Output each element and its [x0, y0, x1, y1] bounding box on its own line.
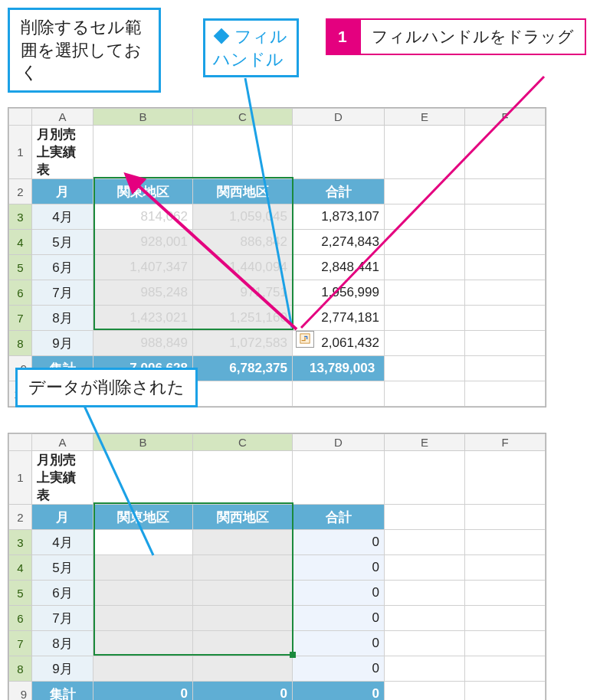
cell-C6[interactable]	[193, 606, 293, 631]
cell-B3[interactable]	[93, 530, 193, 555]
col-header-D[interactable]: D	[293, 109, 385, 126]
cell-C6[interactable]: 971,751	[193, 280, 293, 306]
cell-C7[interactable]	[193, 631, 293, 656]
cell-D9[interactable]: 0	[293, 682, 385, 701]
col-header-B[interactable]: B	[93, 109, 193, 126]
cell-B7[interactable]	[93, 631, 193, 656]
col-header-A[interactable]: A	[32, 109, 93, 126]
step-number: 1	[326, 18, 359, 55]
cell-C4[interactable]	[193, 555, 293, 581]
cell-A7[interactable]: 8月	[32, 631, 93, 656]
cell-A5[interactable]: 6月	[32, 581, 93, 606]
row-header-8[interactable]: 8	[9, 656, 32, 682]
row-header-3[interactable]: 3	[9, 204, 32, 230]
cell-D4[interactable]: 0	[293, 555, 385, 581]
cell-D3[interactable]: 1,873,107	[293, 204, 385, 230]
row-header-4[interactable]: 4	[9, 555, 32, 581]
cell-A9[interactable]: 集計	[32, 682, 93, 701]
row-header-5[interactable]: 5	[9, 255, 32, 280]
cell-C9[interactable]: 0	[193, 682, 293, 701]
cell-C3[interactable]: 1,059,045	[193, 204, 293, 230]
cell-B6[interactable]: 985,248	[93, 280, 193, 306]
cell-B3[interactable]: 814,062	[93, 204, 193, 230]
cell-C3[interactable]	[193, 530, 293, 555]
cell-B8[interactable]	[93, 656, 193, 682]
cell-D8[interactable]: 0	[293, 656, 385, 682]
cell-C7[interactable]: 1,251,160	[193, 306, 293, 331]
header-gokei[interactable]: 合計	[293, 179, 385, 204]
cell-D5[interactable]: 2,848,441	[293, 255, 385, 280]
col-header-C[interactable]: C	[193, 434, 293, 451]
cell-C5[interactable]: 1,440,094	[193, 255, 293, 280]
cell-B5[interactable]: 1,407,347	[93, 255, 193, 280]
row-header-6[interactable]: 6	[9, 606, 32, 631]
cell-B7[interactable]: 1,423,021	[93, 306, 193, 331]
row-header-8[interactable]: 8	[9, 331, 32, 356]
row-header-3[interactable]: 3	[9, 530, 32, 555]
spreadsheet-after[interactable]: A B C D E F 1 月別売上実績表 2 月 関東地区 関西地区 合計	[8, 433, 546, 700]
cell-A8[interactable]: 9月	[32, 656, 93, 682]
row-header-7[interactable]: 7	[9, 631, 32, 656]
col-header-A[interactable]: A	[32, 434, 93, 451]
cell-B8[interactable]: 988,849	[93, 331, 193, 356]
step-text: フィルハンドルをドラッグ	[359, 18, 586, 55]
cell-A4[interactable]: 5月	[32, 230, 93, 255]
callout-line2: ハンドル	[213, 50, 284, 69]
cell-D4[interactable]: 2,274,843	[293, 230, 385, 255]
cell-A8[interactable]: 9月	[32, 331, 93, 356]
cell-C8[interactable]	[193, 656, 293, 682]
cell-A6[interactable]: 7月	[32, 280, 93, 306]
cell-C4[interactable]: 886,842	[193, 230, 293, 255]
cell-D6[interactable]: 0	[293, 606, 385, 631]
callout-fill-handle-label: ◆ フィル ハンドル	[203, 18, 299, 77]
cell-C8[interactable]: 1,072,583	[193, 331, 293, 356]
cell-A6[interactable]: 7月	[32, 606, 93, 631]
cell-C5[interactable]	[193, 581, 293, 606]
cell-D3[interactable]: 0	[293, 530, 385, 555]
step-1: 1 フィルハンドルをドラッグ	[326, 18, 586, 55]
header-tsuki[interactable]: 月	[32, 505, 93, 530]
sheet-title[interactable]: 月別売上実績表	[32, 451, 93, 505]
cell-A3[interactable]: 4月	[32, 530, 93, 555]
select-all-corner[interactable]	[9, 109, 32, 126]
header-kansai[interactable]: 関西地区	[193, 179, 293, 204]
cell-D7[interactable]: 0	[293, 631, 385, 656]
col-header-F[interactable]: F	[465, 434, 546, 451]
header-gokei[interactable]: 合計	[293, 505, 385, 530]
cell-D7[interactable]: 2,774,181	[293, 306, 385, 331]
col-header-F[interactable]: F	[465, 109, 546, 126]
header-tsuki[interactable]: 月	[32, 179, 93, 204]
col-header-C[interactable]: C	[193, 109, 293, 126]
cell-A3[interactable]: 4月	[32, 204, 93, 230]
row-header-5[interactable]: 5	[9, 581, 32, 606]
cell-B6[interactable]	[93, 606, 193, 631]
col-header-E[interactable]: E	[385, 434, 465, 451]
row-header-4[interactable]: 4	[9, 230, 32, 255]
row-header-2[interactable]: 2	[9, 505, 32, 530]
row-header-6[interactable]: 6	[9, 280, 32, 306]
header-kansai[interactable]: 関西地区	[193, 505, 293, 530]
row-header-2[interactable]: 2	[9, 179, 32, 204]
row-header-1[interactable]: 1	[9, 451, 32, 505]
cell-A5[interactable]: 6月	[32, 255, 93, 280]
col-header-E[interactable]: E	[385, 109, 465, 126]
autofill-options-button[interactable]	[296, 331, 314, 348]
cell-B4[interactable]	[93, 555, 193, 581]
cell-B5[interactable]	[93, 581, 193, 606]
col-header-B[interactable]: B	[93, 434, 193, 451]
cell-B4[interactable]: 928,001	[93, 230, 193, 255]
cell-D6[interactable]: 1,956,999	[293, 280, 385, 306]
select-all-corner[interactable]	[9, 434, 32, 451]
header-kanto[interactable]: 関東地区	[93, 505, 193, 530]
header-kanto[interactable]: 関東地区	[93, 179, 193, 204]
row-header-7[interactable]: 7	[9, 306, 32, 331]
col-header-D[interactable]: D	[293, 434, 385, 451]
cell-B9[interactable]: 0	[93, 682, 193, 701]
cell-D5[interactable]: 0	[293, 581, 385, 606]
cell-A4[interactable]: 5月	[32, 555, 93, 581]
cell-A7[interactable]: 8月	[32, 306, 93, 331]
spreadsheet-before[interactable]: A B C D E F 1 月別売上実績表 2 月 関東地区 関西地区 合計	[8, 107, 546, 407]
row-header-9[interactable]: 9	[9, 682, 32, 701]
row-header-1[interactable]: 1	[9, 126, 32, 179]
sheet-title[interactable]: 月別売上実績表	[32, 126, 93, 179]
